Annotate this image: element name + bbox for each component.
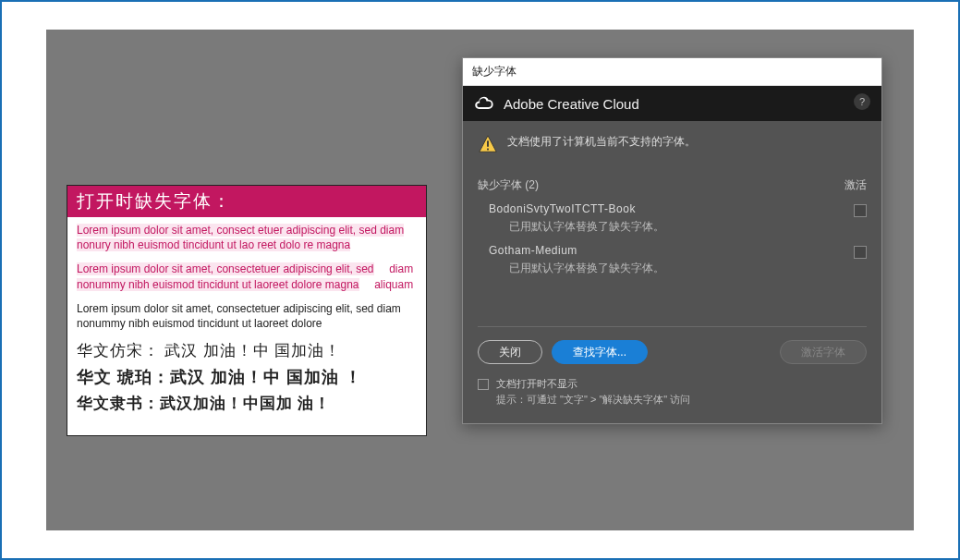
divider: [478, 326, 867, 327]
activate-fonts-button[interactable]: 激活字体: [780, 340, 867, 364]
font-name: Gotham-Medium: [489, 244, 664, 257]
find-fonts-button[interactable]: 查找字体...: [552, 340, 648, 364]
document-preview: 打开时缺失字体： Lorem ipsum dolor sit amet, con…: [67, 185, 427, 436]
activate-checkbox[interactable]: [854, 204, 867, 217]
font-note: 已用默认字体替换了缺失字体。: [509, 261, 664, 276]
dont-show-label: 文档打开时不显示: [496, 377, 690, 391]
cjk-line-1: 华文仿宋： 武汉 加油！中 国加油！: [77, 340, 417, 361]
font-list-header: 缺少字体 (2) 激活: [478, 177, 867, 193]
warning-icon: [478, 134, 498, 157]
dialog-body: 文档使用了计算机当前不支持的字体。 缺少字体 (2) 激活 BodoniSvty…: [463, 121, 881, 423]
dont-show-checkbox[interactable]: [478, 379, 489, 390]
help-icon[interactable]: ?: [854, 93, 870, 110]
warning-text: 文档使用了计算机当前不支持的字体。: [507, 134, 696, 150]
close-button[interactable]: 关闭: [478, 340, 542, 364]
cjk-line-2: 华文 琥珀：武汉 加油！中 国加油 ！: [77, 366, 417, 388]
doc-body: Lorem ipsum dolor sit amet, consect etue…: [67, 217, 426, 426]
app-canvas: 打开时缺失字体： Lorem ipsum dolor sit amet, con…: [46, 30, 914, 530]
doc-paragraph-3: Lorem ipsum dolor sit amet, consectetuer…: [77, 301, 417, 331]
button-row: 关闭 查找字体... 激活字体: [478, 340, 867, 364]
activate-checkbox[interactable]: [854, 246, 867, 259]
svg-rect-0: [487, 140, 489, 146]
missing-fonts-dialog: 缺少字体 Adobe Creative Cloud ? 文档使用了计算机当前不支…: [462, 57, 882, 424]
activate-column-label: 激活: [845, 177, 867, 193]
font-name: BodoniSvtyTwoITCTT-Book: [489, 202, 664, 215]
font-list: BodoniSvtyTwoITCTT-Book 已用默认字体替换了缺失字体。 G…: [478, 199, 867, 310]
doc-paragraph-2: Lorem ipsum dolor sit amet, consectetuer…: [77, 262, 417, 291]
font-list-label: 缺少字体 (2): [478, 177, 539, 193]
font-note: 已用默认字体替换了缺失字体。: [509, 219, 664, 235]
footer-row: 文档打开时不显示 提示：可通过 "文字" > "解决缺失字体" 访问: [478, 377, 867, 407]
font-item: Gotham-Medium 已用默认字体替换了缺失字体。: [478, 240, 867, 282]
hint-text: 提示：可通过 "文字" > "解决缺失字体" 访问: [496, 393, 690, 407]
creative-cloud-icon: [474, 93, 494, 114]
doc-title: 打开时缺失字体：: [67, 186, 426, 217]
doc-paragraph-1: Lorem ipsum dolor sit amet, consect etue…: [77, 223, 417, 252]
cjk-line-3: 华文隶书：武汉加油！中国加 油！: [77, 393, 417, 414]
svg-rect-1: [487, 149, 489, 151]
dialog-header-title: Adobe Creative Cloud: [504, 96, 639, 112]
font-item: BodoniSvtyTwoITCTT-Book 已用默认字体替换了缺失字体。: [478, 199, 867, 240]
dialog-titlebar[interactable]: 缺少字体: [463, 58, 881, 86]
warning-row: 文档使用了计算机当前不支持的字体。: [478, 134, 867, 157]
dialog-header: Adobe Creative Cloud ?: [463, 86, 881, 121]
